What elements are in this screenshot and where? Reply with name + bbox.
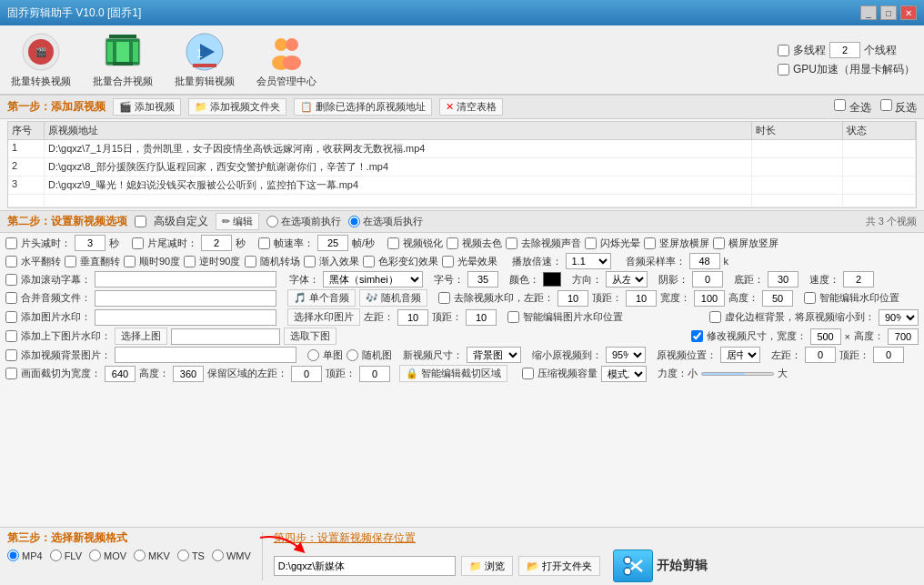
shrink-select[interactable]: 95%	[606, 347, 646, 363]
add-top-bottom-checkbox[interactable]	[5, 330, 17, 342]
crop-top-input[interactable]	[359, 366, 390, 382]
add-video-button[interactable]: 🎬 添加视频	[113, 98, 181, 116]
single-img-radio[interactable]	[307, 349, 319, 361]
format-mp4-radio[interactable]	[7, 550, 19, 561]
thread-count-input[interactable]	[829, 42, 860, 58]
maximize-button[interactable]: □	[880, 5, 897, 20]
rotate270-checkbox[interactable]	[184, 256, 196, 267]
original-pos-select[interactable]: 居中	[720, 347, 760, 363]
random-rotate-checkbox[interactable]	[245, 256, 256, 267]
frame-rate-checkbox[interactable]	[258, 237, 270, 249]
top-img-input[interactable]	[171, 328, 280, 345]
fade-checkbox[interactable]	[447, 237, 458, 249]
smart-wm-checkbox[interactable]	[804, 292, 816, 304]
execute-before-label[interactable]: 在选项前执行	[266, 215, 341, 228]
virtual-bg-checkbox[interactable]	[709, 311, 721, 323]
format-ts[interactable]: TS	[177, 550, 205, 561]
add-folder-button[interactable]: 📁 添加视频文件夹	[188, 98, 286, 116]
merge-audio-checkbox[interactable]	[5, 292, 17, 304]
compress-mode-select[interactable]: 模式二	[601, 366, 647, 382]
format-mov-radio[interactable]	[89, 550, 101, 561]
wm-width-input[interactable]	[694, 290, 725, 307]
color-swatch[interactable]	[543, 272, 561, 287]
rotate90-checkbox[interactable]	[124, 256, 136, 267]
smart-img-wm-checkbox[interactable]	[507, 311, 519, 323]
direction-select[interactable]: 从左从右	[606, 271, 648, 287]
vertical-crop-checkbox[interactable]	[644, 237, 656, 249]
format-wmv[interactable]: WMV	[212, 550, 251, 561]
merge-audio-input[interactable]	[95, 290, 276, 307]
browse-button[interactable]: 📁 浏览	[461, 556, 513, 576]
select-all-checkbox[interactable]	[834, 99, 846, 111]
add-img-wm-checkbox[interactable]	[5, 311, 17, 323]
frame-rate-input[interactable]	[317, 235, 348, 251]
execute-after-label[interactable]: 在选项后执行	[348, 215, 423, 228]
format-mkv-radio[interactable]	[134, 550, 146, 561]
random-img-radio[interactable]	[346, 349, 358, 361]
execute-after-radio[interactable]	[348, 216, 360, 227]
crop-checkbox[interactable]	[5, 368, 17, 379]
advanced-custom-checkbox[interactable]	[135, 216, 146, 227]
left-dist-input[interactable]	[805, 347, 836, 363]
size-width-input[interactable]	[810, 328, 841, 345]
tail-trim-checkbox[interactable]	[132, 237, 144, 249]
format-mkv[interactable]: MKV	[134, 550, 170, 561]
delete-selected-button[interactable]: 📋 删除已选择的原视频地址	[294, 98, 432, 116]
wm-top-input[interactable]	[626, 290, 657, 307]
flip-v-checkbox[interactable]	[65, 256, 76, 267]
light-effect-checkbox[interactable]	[442, 256, 454, 267]
multithread-checkbox[interactable]	[778, 45, 789, 56]
wm-left-input[interactable]	[557, 290, 588, 307]
format-wmv-radio[interactable]	[212, 550, 224, 561]
add-bg-img-checkbox[interactable]	[5, 349, 17, 361]
deselect-checkbox[interactable]	[880, 99, 892, 111]
select-top-button[interactable]: 选择上图	[115, 328, 167, 345]
minimize-button[interactable]: _	[860, 5, 877, 20]
format-ts-radio[interactable]	[177, 550, 189, 561]
new-size-select[interactable]: 背景图	[467, 347, 521, 363]
bottom-input[interactable]	[768, 271, 798, 287]
add-img-wm-input[interactable]	[95, 309, 276, 326]
font-size-input[interactable]	[467, 271, 498, 287]
close-button[interactable]: ✕	[900, 5, 917, 20]
execute-before-radio[interactable]	[266, 216, 278, 227]
speed-input[interactable]	[843, 271, 874, 287]
virtual-bg-select[interactable]: 90%	[879, 309, 919, 326]
wm-height-input[interactable]	[762, 290, 793, 307]
compress-slider[interactable]	[701, 372, 774, 376]
scroll-text-input[interactable]	[95, 271, 276, 287]
window-controls[interactable]: _ □ ✕	[860, 5, 917, 20]
edit-button[interactable]: ✏ 编辑	[216, 213, 259, 230]
clear-table-button[interactable]: ✕ 清空表格	[439, 98, 503, 116]
format-flv[interactable]: FLV	[50, 550, 82, 561]
img-left-input[interactable]	[397, 309, 428, 326]
fade-in-checkbox[interactable]	[304, 256, 316, 267]
smart-crop-button[interactable]: 🔒 智能编辑截切区域	[399, 365, 507, 382]
open-folder-button[interactable]: 📂 打开文件夹	[518, 556, 600, 576]
horizontal-crop-checkbox[interactable]	[713, 237, 725, 249]
crop-left-input[interactable]	[291, 366, 322, 382]
batch-merge-button[interactable]: 批量合并视频	[91, 31, 155, 88]
top-dist-input[interactable]	[873, 347, 904, 363]
crop-height-input[interactable]	[173, 366, 204, 382]
batch-edit-button[interactable]: 1 批量剪辑视频	[173, 31, 236, 88]
gpu-checkbox[interactable]	[778, 64, 789, 76]
font-select[interactable]: 黑体（simhei）	[323, 271, 423, 287]
format-mp4[interactable]: MP4	[7, 550, 43, 561]
head-trim-checkbox[interactable]	[5, 237, 17, 249]
crop-width-input[interactable]	[105, 366, 136, 382]
remove-wm-checkbox[interactable]	[438, 292, 450, 304]
batch-convert-button[interactable]: 🎬 批量转换视频	[9, 31, 73, 88]
shadow-input[interactable]	[692, 271, 723, 287]
flicker-checkbox[interactable]	[585, 237, 597, 249]
tail-trim-input[interactable]	[201, 235, 232, 251]
size-height-input[interactable]	[888, 328, 919, 345]
step4-title[interactable]: 第四步：设置新视频保存位置	[274, 530, 917, 546]
playback-speed-select[interactable]: 1.11.21.52.0	[566, 253, 611, 269]
remove-audio-checkbox[interactable]	[506, 237, 517, 249]
bg-img-input[interactable]	[115, 347, 296, 363]
random-audio-button[interactable]: 🎶 随机音频	[359, 289, 427, 307]
modify-size-checkbox[interactable]	[691, 330, 703, 342]
single-audio-button[interactable]: 🎵 单个音频	[287, 289, 356, 307]
select-wm-img-button[interactable]: 选择水印图片	[287, 308, 360, 326]
